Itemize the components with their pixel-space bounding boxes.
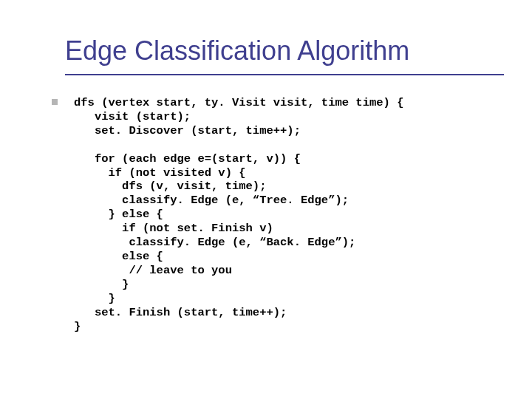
title-underline <box>65 74 504 75</box>
code-line: else { <box>74 250 163 263</box>
title-area: Edge Classification Algorithm <box>65 35 510 71</box>
code-line: set. Discover (start, time++); <box>74 124 301 137</box>
slide-title: Edge Classification Algorithm <box>65 35 510 71</box>
code-line: } else { <box>74 208 163 221</box>
bullet-icon <box>52 99 58 105</box>
code-line: if (not set. Finish v) <box>74 222 273 235</box>
code-line: for (each edge e=(start, v)) { <box>74 152 301 166</box>
code-line: dfs (vertex start, ty. Visit visit, time… <box>74 96 403 109</box>
code-line: } <box>74 320 81 333</box>
code-line: classify. Edge (e, “Back. Edge”); <box>74 236 355 249</box>
code-line: } <box>74 278 129 291</box>
code-line: classify. Edge (e, “Tree. Edge”); <box>74 194 349 207</box>
slide: Edge Classification Algorithm dfs (verte… <box>0 0 532 399</box>
code-block: dfs (vertex start, ty. Visit visit, time… <box>74 96 510 333</box>
code-line: // leave to you <box>74 264 232 277</box>
code-line: set. Finish (start, time++); <box>74 306 287 319</box>
code-line: dfs (v, visit, time); <box>74 180 266 193</box>
code-line: visit (start); <box>74 110 191 123</box>
code-line: } <box>74 292 115 305</box>
code-line: if (not visited v) { <box>74 166 246 180</box>
